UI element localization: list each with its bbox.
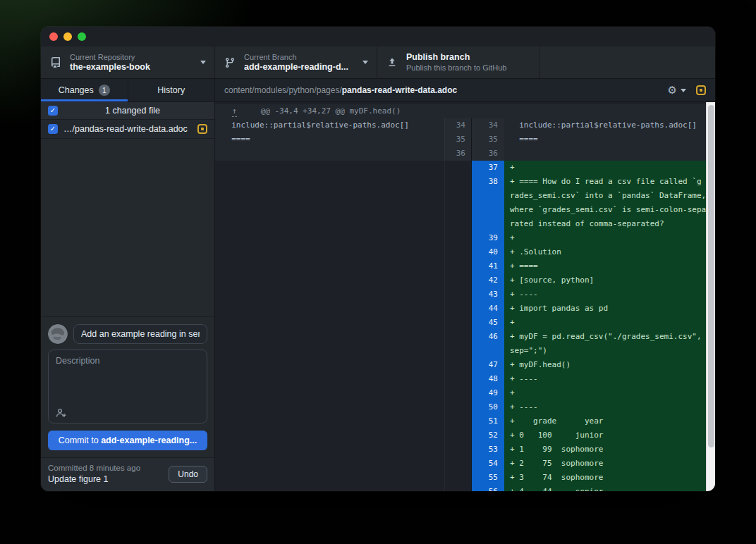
publish-branch-button[interactable]: Publish branch Publish this branch to Gi… (377, 47, 539, 78)
tab-history-label: History (157, 85, 185, 95)
diff-new-content: + myDF.head() (504, 358, 706, 372)
expand-hunk-icon[interactable]: ↑ (232, 106, 237, 117)
diff-old-content (215, 316, 444, 330)
toolbar: Current Repository the-examples-book Cur… (41, 47, 715, 79)
diff-old-linenum: 36 (444, 147, 471, 161)
file-path-directory: content/modules/python/pages/ (224, 85, 342, 95)
diff-old-linenum (444, 245, 471, 259)
diff-old-content (215, 273, 444, 288)
repo-icon (49, 56, 62, 69)
diff-new-content: + [source, python] (504, 273, 706, 288)
branch-label: Current Branch (244, 52, 357, 62)
diff-new-content: where `grades_semi.csv` is semi-colon-se… (504, 203, 706, 217)
current-branch-button[interactable]: Current Branch add-example-reading-d... (215, 47, 377, 78)
diff-row[interactable]: 41+ ==== (215, 259, 706, 273)
changed-file-row[interactable]: ✓ …/pandas-read-write-data.adoc (41, 120, 214, 139)
diff-row[interactable]: 45+ (215, 316, 706, 330)
hunk-header-text: @@ -34,4 +34,27 @@ myDF.head() (261, 104, 401, 118)
diff-new-content: + 4 44 senior (504, 485, 706, 491)
diff-new-content: + 1 99 sophomore (504, 443, 706, 457)
diff-view: ↑@@ -34,4 +34,27 @@ myDF.head() include:… (215, 102, 715, 491)
diff-row[interactable]: 44+ import pandas as pd (215, 302, 706, 316)
diff-old-content (215, 471, 444, 485)
diff-new-content: rades_semi.csv` into a `pandas` DataFram… (504, 189, 706, 203)
window-titlebar (41, 27, 715, 47)
diff-old-content (215, 147, 444, 161)
diff-old-content (215, 203, 444, 217)
diff-old-linenum: 35 (444, 132, 471, 147)
diff-old-linenum (444, 259, 471, 273)
chevron-down-icon (200, 61, 206, 64)
diff-new-linenum: 48 (471, 372, 504, 386)
diff-row[interactable]: 46+ myDF = pd.read_csv("./grades_semi.cs… (215, 330, 706, 344)
diff-row[interactable]: 42+ [source, python] (215, 273, 706, 288)
diff-new-linenum: 51 (471, 414, 504, 428)
chevron-down-icon (362, 61, 368, 64)
undo-button[interactable]: Undo (169, 466, 207, 483)
diff-old-linenum (444, 471, 471, 485)
diff-row[interactable]: 40+ .Solution (215, 245, 706, 259)
diff-old-linenum (444, 344, 471, 358)
diff-old-content (215, 400, 444, 414)
diff-row[interactable]: 48+ ---- (215, 372, 706, 386)
diff-row[interactable]: 50+ ---- (215, 400, 706, 414)
diff-old-content (215, 175, 444, 189)
diff-row[interactable]: 38+ ==== How do I read a csv file called… (215, 175, 706, 189)
user-avatar (48, 324, 68, 344)
diff-new-linenum: 45 (471, 316, 504, 330)
diff-scrollbar[interactable] (706, 102, 715, 491)
include-all-checkbox[interactable]: ✓ (48, 106, 58, 116)
diff-row[interactable]: rades_semi.csv` into a `pandas` DataFram… (215, 189, 706, 203)
diff-row[interactable]: 39+ (215, 231, 706, 245)
repository-name: the-examples-book (70, 62, 195, 73)
diff-old-content (215, 386, 444, 400)
diff-new-content: sep=";") (504, 344, 706, 358)
commit-summary-input[interactable] (73, 324, 207, 344)
diff-row[interactable]: rated instead of comma-separated? (215, 217, 706, 231)
diff-new-linenum: 54 (471, 457, 504, 471)
diff-row[interactable]: 53+ 1 99 sophomore (215, 443, 706, 457)
include-file-checkbox[interactable]: ✓ (48, 124, 58, 134)
diff-row[interactable]: 37+ (215, 161, 706, 175)
file-path-bar: content/modules/python/pages/pandas-read… (215, 79, 715, 101)
diff-row[interactable]: where `grades_semi.csv` is semi-colon-se… (215, 203, 706, 217)
commit-description-input[interactable] (56, 356, 201, 404)
diff-row[interactable]: 51+ grade year (215, 414, 706, 428)
diff-options-button[interactable]: ⚙ (668, 85, 686, 96)
diff-new-linenum: 34 (471, 118, 504, 132)
tab-history[interactable]: History (128, 79, 215, 101)
diff-hunk-header: ↑@@ -34,4 +34,27 @@ myDF.head() (215, 104, 706, 118)
diff-row[interactable]: 3636 (215, 147, 706, 161)
main-area: ✓ 1 changed file ✓ …/pandas-read-write-d… (41, 102, 715, 491)
diff-old-linenum (444, 485, 471, 491)
diff-row[interactable]: 52+ 0 100 junior (215, 428, 706, 443)
diff-new-linenum (471, 217, 504, 231)
changed-file-name: …/pandas-read-write-data.adoc (63, 124, 192, 134)
diff-new-content: + .Solution (504, 245, 706, 259)
diff-row[interactable]: 55+ 3 74 sophomore (215, 471, 706, 485)
diff-old-content: include::partial$relative-paths.adoc[] (215, 118, 444, 132)
diff-row[interactable]: include::partial$relative-paths.adoc[]34… (215, 118, 706, 132)
diff-row[interactable]: 54+ 2 75 sophomore (215, 457, 706, 471)
add-coauthor-icon[interactable] (56, 408, 67, 418)
changes-sidebar: ✓ 1 changed file ✓ …/pandas-read-write-d… (41, 102, 215, 491)
zoom-window-button[interactable] (78, 32, 86, 41)
minimize-window-button[interactable] (63, 32, 72, 41)
diff-row[interactable]: 49+ (215, 386, 706, 400)
diff-row[interactable]: sep=";") (215, 344, 706, 358)
diff-old-linenum (444, 203, 471, 217)
diff-scrollbar-thumb[interactable] (708, 105, 714, 447)
diff-old-linenum (444, 288, 471, 302)
git-branch-icon (224, 56, 236, 69)
diff-row[interactable]: 47+ myDF.head() (215, 358, 706, 372)
diff-old-content (215, 428, 444, 443)
diff-old-linenum (444, 386, 471, 400)
close-window-button[interactable] (49, 32, 58, 41)
diff-row[interactable]: ====3535 ==== (215, 132, 706, 147)
tab-changes[interactable]: Changes 1 (41, 79, 128, 101)
current-repository-button[interactable]: Current Repository the-examples-book (41, 47, 215, 78)
commit-button[interactable]: Commit to add-example-reading... (48, 431, 207, 450)
diff-new-linenum: 49 (471, 386, 504, 400)
diff-row[interactable]: 56+ 4 44 senior (215, 485, 706, 491)
diff-row[interactable]: 43+ ---- (215, 288, 706, 302)
